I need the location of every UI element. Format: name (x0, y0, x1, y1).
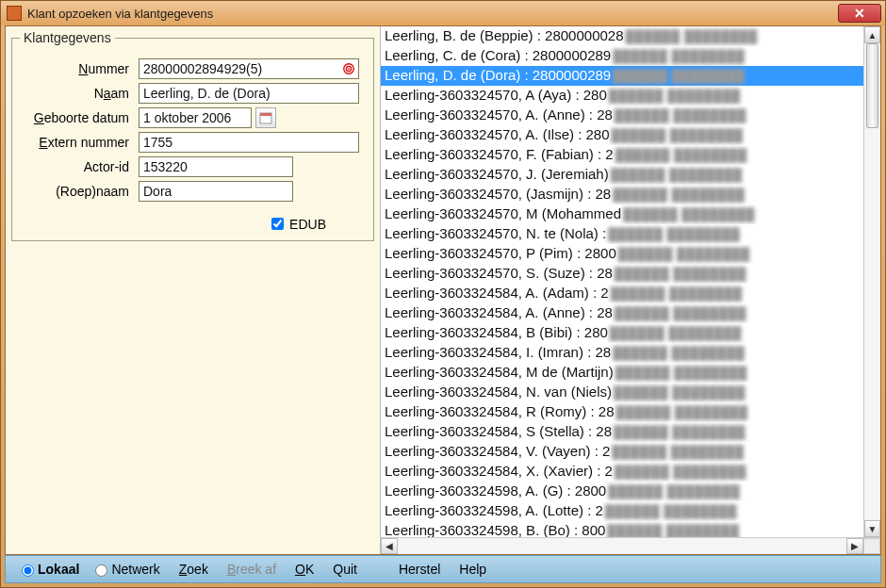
list-item[interactable]: Leerling-3603324584, N. van (Niels)█████… (381, 383, 880, 402)
list-item[interactable]: Leerling-3603324570, (Jasmijn) : 28█████… (381, 185, 880, 204)
scroll-left-arrow-icon[interactable]: ◀ (381, 538, 398, 554)
list-item[interactable]: Leerling-3603324584, V. (Vayen) : 2█████… (381, 442, 880, 462)
nummer-input[interactable] (139, 58, 359, 79)
list-item[interactable]: Leerling-3603324570, S. (Suze) : 28█████… (381, 264, 880, 284)
list-item[interactable]: Leerling-3603324584, I. (Imran) : 28████… (381, 343, 880, 363)
radio-netwerk[interactable] (95, 564, 107, 577)
list-item[interactable]: Leerling-3603324570, A (Aya) : 280██████… (381, 86, 880, 106)
edub-checkbox[interactable] (271, 218, 284, 230)
scroll-corner (863, 538, 880, 554)
geboorte-input[interactable] (139, 107, 252, 128)
list-item[interactable]: Leerling-3603324584, B (Bibi) : 280█████… (381, 323, 880, 343)
zoek-button[interactable]: Zoek (172, 560, 216, 579)
results-list[interactable]: Leerling, B. de (Beppie) : 2800000028███… (381, 26, 880, 537)
list-item[interactable]: Leerling-3603324584, R (Romy) : 28██████… (381, 402, 880, 422)
list-item[interactable]: Leerling-3603324570, M (Mohammed██████ █… (381, 204, 880, 224)
scroll-up-arrow-icon[interactable]: ▲ (864, 26, 880, 43)
ok-button[interactable]: OK (287, 560, 321, 579)
edub-label[interactable]: EDUB (289, 217, 326, 232)
results-panel: Leerling, B. de (Beppie) : 2800000028███… (381, 26, 880, 554)
list-item[interactable]: Leerling, C. de (Cora) : 2800000289█████… (381, 46, 880, 66)
extern-input[interactable] (139, 132, 359, 153)
form-panel: Klantgegevens Nummer Naam (6, 26, 381, 554)
label-extern: Extern nummer (20, 135, 139, 150)
herstel-button[interactable]: Herstel (391, 560, 448, 579)
list-item[interactable]: Leerling-3603324584, M de (Martijn)█████… (381, 363, 880, 383)
list-item[interactable]: Leerling-3603324598, B. (Bo) : 800██████… (381, 521, 880, 537)
list-item[interactable]: Leerling, D. de (Dora) : 2800000289█████… (381, 66, 880, 86)
scroll-thumb[interactable] (866, 43, 878, 128)
calendar-icon (259, 111, 272, 124)
vertical-scrollbar[interactable]: ▲ ▼ (863, 26, 880, 537)
list-item[interactable]: Leerling-3603324584, S (Stella) : 28████… (381, 422, 880, 442)
location-lokaal-radio[interactable]: Lokaal (17, 562, 79, 577)
breek-af-button: Breek af (220, 560, 284, 579)
group-legend: Klantgegevens (20, 30, 115, 45)
radio-lokaal[interactable] (22, 564, 34, 577)
label-nummer: Nummer (20, 61, 139, 76)
list-item[interactable]: Leerling-3603324584, X. (Xavier) : 2████… (381, 462, 880, 482)
help-button[interactable]: Help (451, 560, 494, 579)
close-icon: ✕ (854, 6, 865, 21)
naam-input[interactable] (139, 83, 359, 104)
label-geboorte: Geboorte datum (20, 110, 139, 125)
label-roep: (Roep)naam (20, 184, 139, 199)
quit-button[interactable]: Quit (325, 560, 365, 579)
list-item[interactable]: Leerling-3603324570, F. (Fabian) : 2████… (381, 145, 880, 165)
svg-point-2 (348, 68, 350, 70)
list-item[interactable]: Leerling, B. de (Beppie) : 2800000028███… (381, 26, 880, 46)
statusbar: Lokaal Netwerk Zoek Breek af OK Quit Her… (5, 555, 881, 583)
scroll-right-arrow-icon[interactable]: ▶ (846, 538, 863, 554)
svg-rect-4 (260, 113, 271, 116)
list-item[interactable]: Leerling-3603324584, A. (Adam) : 2██████… (381, 284, 880, 303)
list-item[interactable]: Leerling-3603324570, A. (Anne) : 28█████… (381, 106, 880, 125)
list-item[interactable]: Leerling-3603324570, J. (Jeremiah)██████… (381, 165, 880, 185)
scroll-track[interactable] (864, 43, 880, 520)
close-button[interactable]: ✕ (838, 4, 881, 23)
list-item[interactable]: Leerling-3603324584, A. (Anne) : 28█████… (381, 303, 880, 323)
list-item[interactable]: Leerling-3603324570, A. (Ilse) : 280████… (381, 125, 880, 145)
roep-input[interactable] (139, 181, 293, 202)
klantgegevens-group: Klantgegevens Nummer Naam (11, 30, 374, 241)
titlebar: Klant opzoeken via klantgegevens ✕ (1, 1, 885, 25)
scroll-down-arrow-icon[interactable]: ▼ (864, 520, 880, 537)
list-item[interactable]: Leerling-3603324598, A. (G) : 2800██████… (381, 482, 880, 501)
target-icon (342, 62, 355, 75)
app-icon (7, 6, 22, 21)
horizontal-scrollbar[interactable]: ◀ ▶ (381, 537, 880, 554)
list-item[interactable]: Leerling-3603324570, N. te (Nola) :█████… (381, 224, 880, 244)
calendar-button[interactable] (255, 107, 276, 128)
location-netwerk-radio[interactable]: Netwerk (90, 562, 159, 577)
window-title: Klant opzoeken via klantgegevens (27, 7, 838, 21)
hscroll-track[interactable] (398, 538, 846, 554)
list-item[interactable]: Leerling-3603324598, A. (Lotte) : 2█████… (381, 501, 880, 521)
label-naam: Naam (20, 86, 139, 101)
label-actor: Actor-id (20, 159, 139, 174)
actor-input[interactable] (139, 156, 293, 177)
list-item[interactable]: Leerling-3603324570, P (Pim) : 2800█████… (381, 244, 880, 264)
